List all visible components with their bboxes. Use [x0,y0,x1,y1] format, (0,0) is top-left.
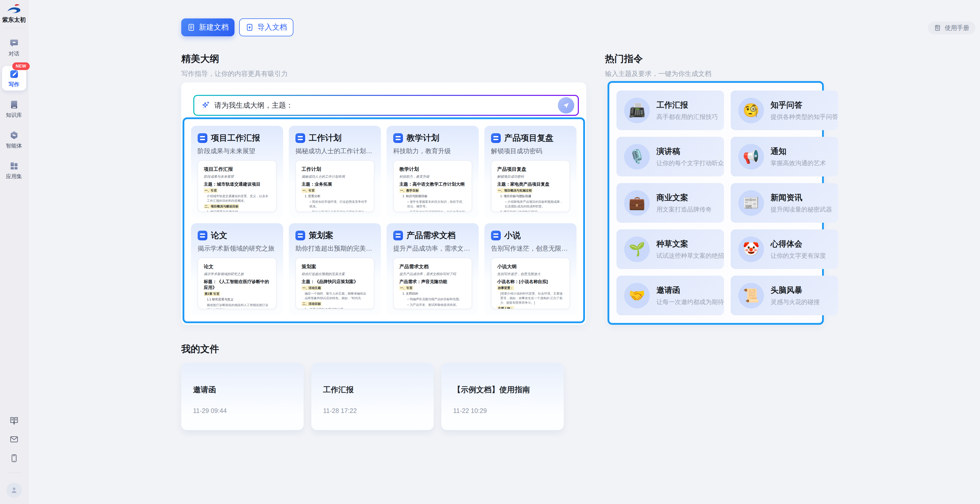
paper-plane-icon [562,101,570,109]
blue-document-icon [491,133,501,143]
file-card[interactable]: 【示例文档】使用指南 11-22 10:29 [441,363,564,430]
command-description: 让每一次邀约都成为期待 [656,298,724,306]
chat-bubble-icon [9,38,19,48]
outline-panel: 请为我生成大纲，主题： 项目工作汇报 阶段成果与未来展望 项目工作汇报 阶段成果… [181,82,586,325]
taichu-logo-icon [6,3,22,15]
app-window: 紫东太初 对话 NEW 写作 [0,0,980,504]
template-card-subtitle: 揭秘成功人士的工作计划布局 [296,147,374,155]
person-icon [10,486,18,494]
preview-topic: 小说名称：[小说名称自拟] [497,279,564,285]
command-text: 演讲稿 让你的每个文字打动听众 [656,146,724,167]
preview-doc-title: 产品项目复盘 [497,166,564,173]
preview-line: 故事背景： [497,285,514,290]
command-description: 灵感与火花的碰撞 [771,298,820,306]
template-grid: 项目工作汇报 阶段成果与未来展望 项目工作汇报 阶段成果与未来展望 主题：城市轨… [183,117,585,323]
preview-line: 一、项目概况与实施过程 [497,188,533,193]
hot-command-card[interactable]: 🤝 邀请函 让每一次邀约都成为期待 [616,276,724,315]
hot-command-card[interactable]: 📜 头脑风暴 灵感与火花的碰撞 [731,276,838,315]
sidebar-item-writing[interactable]: NEW 写作 [2,66,26,90]
sidebar-item-label: 知识库 [6,111,22,119]
outline-topic-input[interactable]: 请为我生成大纲，主题： [193,95,579,116]
seedling-icon: 🌱 [624,236,650,262]
template-card-title: 项目工作汇报 [211,132,260,144]
hot-command-card[interactable]: 🤡 心得体会 让你的文字更有深度 [731,229,838,269]
preview-topic: 主题：高中语文教学工作计划大纲 [399,181,466,187]
sidebar-item-apps[interactable]: 应用集 [2,158,26,182]
sidebar-item-knowledge[interactable]: 知识库 [2,97,26,121]
template-card[interactable]: 项目工作汇报 阶段成果与未来展望 项目工作汇报 阶段成果与未来展望 主题：城市轨… [191,126,283,218]
file-card[interactable]: 邀请函 11-29 09:44 [181,363,304,430]
import-doc-label: 导入文档 [257,22,287,32]
hot-command-card[interactable]: 📢 通知 掌握高效沟通的艺术 [731,137,838,176]
sidebar-item-agent[interactable]: 智能体 [2,127,26,152]
file-card[interactable]: 工作汇报 11-28 17:22 [311,363,434,430]
blue-document-icon [296,133,305,143]
template-card-head: 教学计划 [393,132,472,144]
hexagon-icon [9,130,19,140]
send-button[interactable] [558,97,574,114]
template-card-title: 小说 [504,230,521,241]
command-text: 工作汇报 高手都在用的汇报技巧 [656,100,718,121]
user-avatar[interactable] [6,482,22,498]
preview-line: ○ 提高学生的阅读理解能力，包括文言文和现代文。 [407,210,466,212]
file-timestamp: 11-28 17:22 [323,407,357,415]
hot-command-card[interactable]: 💼 商业文案 用文案打造品牌传奇 [616,183,724,223]
manual-button[interactable]: 使用手册 [928,22,975,34]
manual-label: 使用手册 [945,24,969,32]
preview-line: 2. 项目实施计划与执行情况 [500,210,564,212]
file-name: 工作汇报 [323,385,354,395]
template-card[interactable]: 教学计划 科技助力，教育升级 教学计划 科技助力，教育升级 主题：高中语文教学工… [387,126,479,218]
command-description: 让你的文字更有深度 [771,252,826,260]
blue-document-icon [198,133,207,143]
template-preview: 项目工作汇报 阶段成果与未来展望 主题：城市轨道交通建设项目 一、引言介绍城市轨… [198,160,277,212]
template-card[interactable]: 小说 告别写作迷茫，创意无限放大 小说大纲 告别写作迷茫，创意无限放大 小说名称… [484,223,576,315]
template-preview-body: 一、引言1. 背景分析○ 简述当前市场环境、行业趋势及竞争对手状况。○ 指出公司… [302,188,368,212]
template-card[interactable]: 产品项目复盘 解锁项目成功密码 产品项目复盘 解锁项目成功密码 主题：家电类产品… [484,126,576,218]
command-description: 提供各种类型的知乎问答 [771,113,838,121]
preview-doc-subtitle: 告别写作迷茫，创意无限放大 [497,272,564,276]
handshake-icon: 🤝 [624,283,650,308]
template-card[interactable]: 策划案 助你打造超出预期的完美方案 策划案 助你打造超出预期的完美方案 主题：《… [289,223,381,315]
hot-command-card[interactable]: 📰 新闻资讯 提升阅读量的秘密武器 [731,183,838,223]
template-card-title: 策划案 [309,230,333,241]
template-preview-body: 一、引言1. 文档目的○ 明确声音克隆功能产品的目标和范围。○ 为产品开发、测试… [399,285,466,309]
blue-document-icon [393,133,403,143]
document-upload-icon [245,23,254,32]
outline-section: 精美大纲 写作指导，让你的内容更具有吸引力 请为我生成大纲，主题： [181,52,586,326]
command-description: 掌握高效沟通的艺术 [771,159,826,167]
hot-command-card[interactable]: 📠 工作汇报 高手都在用的汇报技巧 [616,90,724,130]
template-preview: 产品需求文档 提升产品成功率，需求文档你写对了吗 产品需求：声音克隆功能 一、引… [393,258,472,309]
preview-topic: 主题：《品牌快闪店策划案》 [302,279,368,285]
command-text: 邀请函 让每一次邀约都成为期待 [656,285,724,306]
sidebar-footer [0,416,28,498]
sidebar-item-chat[interactable]: 对话 [2,35,26,60]
brand-logo: 紫东太初 [0,3,28,24]
file-name: 邀请函 [193,385,216,395]
blue-document-icon [491,231,501,240]
preview-doc-title: 工作计划 [302,166,368,173]
command-description: 试试这些种草文案的绝招 [656,252,724,260]
new-doc-button[interactable]: 新建文档 [181,18,234,36]
template-card-subtitle: 提升产品成功率，需求文档你写... [393,244,472,253]
hot-command-card[interactable]: 🧐 知乎问答 提供各种类型的知乎问答 [731,90,838,130]
megaphone-icon: 📢 [738,144,764,170]
command-text: 头脑风暴 灵感与火花的碰撞 [771,285,820,306]
preview-doc-title: 论文 [204,263,270,270]
open-book-icon[interactable] [10,416,19,425]
mail-icon[interactable] [10,435,19,444]
import-doc-button[interactable]: 导入文档 [239,18,293,36]
hot-command-card[interactable]: 🌱 种草文案 试试这些种草文案的绝招 [616,229,724,269]
mobile-icon[interactable] [10,453,19,463]
template-card[interactable]: 论文 揭示学术新领域的研究之旅 论文 揭示学术新领域的研究之旅 标题：《人工智能… [191,223,283,315]
sidebar-nav: 对话 NEW 写作 知识库 [0,35,28,182]
preview-doc-title: 小说大纲 [497,263,564,270]
template-card-head: 产品需求文档 [393,230,472,241]
blue-document-icon [198,231,207,240]
command-text: 商业文案 用文案打造品牌传奇 [656,192,712,214]
template-card[interactable]: 工作计划 揭秘成功人士的工作计划布局 工作计划 揭秘成功人士的工作计划布局 主题… [289,126,381,218]
template-card-subtitle: 告别写作迷茫，创意无限放大 [491,244,570,253]
template-card[interactable]: 产品需求文档 提升产品成功率，需求文档你写... 产品需求文档 提升产品成功率，… [387,223,479,315]
hot-command-card[interactable]: 🎙️ 演讲稿 让你的每个文字打动听众 [616,137,724,176]
preview-topic: 主题：城市轨道交通建设项目 [204,181,270,187]
command-text: 知乎问答 提供各种类型的知乎问答 [771,100,838,121]
